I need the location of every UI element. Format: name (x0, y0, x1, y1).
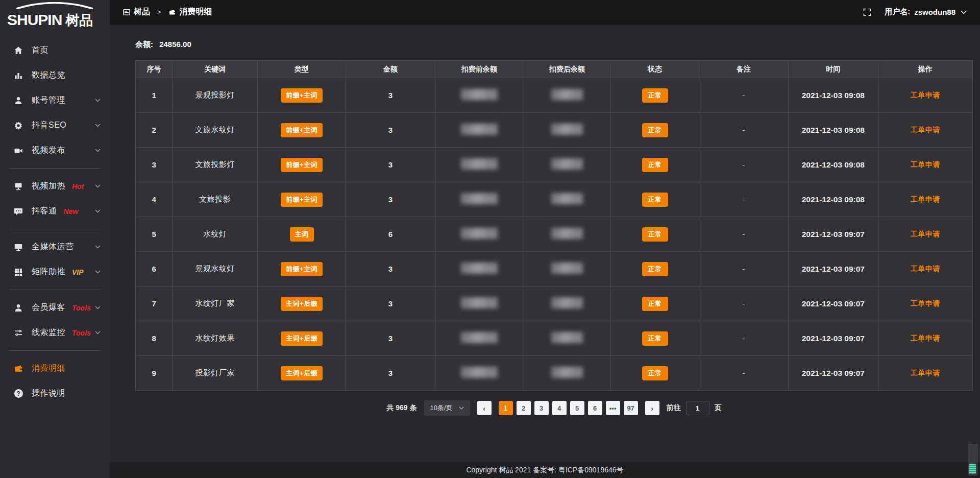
sidebar-item-doketong[interactable]: 抖客通 New (0, 199, 110, 224)
goto-page-input[interactable]: 1 (686, 401, 709, 415)
table-row: 1 景观投影灯 前缀+主词 3 正常 - 2021-12-03 09:08 工单… (136, 78, 973, 113)
work-order-link[interactable]: 工单申请 (911, 126, 940, 134)
page-button[interactable]: 1 (499, 401, 513, 415)
work-order-link[interactable]: 工单申请 (911, 369, 940, 377)
cell-index: 2 (136, 113, 173, 148)
cell-time: 2021-12-03 09:07 (789, 217, 878, 252)
cell-action: 工单申请 (878, 356, 972, 391)
cell-post-balance (523, 252, 611, 286)
cell-amount: 3 (346, 356, 435, 391)
type-badge: 主词+后缀 (281, 366, 323, 380)
logo-text-en: SHUPIN (7, 12, 62, 28)
work-order-link[interactable]: 工单申请 (911, 299, 940, 307)
page-button[interactable]: 5 (570, 401, 584, 415)
cell-keyword: 文旅投影 (173, 182, 258, 217)
video-camera-icon (13, 146, 23, 155)
sidebar-item-data-overview[interactable]: 数据总览 (0, 63, 110, 88)
sidebar: SHUPIN 树品 首页 数据总览 账号管理 (0, 0, 110, 478)
type-badge: 前缀+主词 (281, 123, 323, 137)
cell-time: 2021-12-03 09:07 (789, 321, 878, 356)
sidebar-item-label: 会员爆客 (32, 302, 65, 313)
page-button[interactable]: 3 (534, 401, 549, 415)
balance: 余额: 24856.00 (135, 40, 980, 50)
table-header-cell: 关键词 (173, 61, 258, 78)
cell-type: 前缀+主词 (258, 78, 346, 113)
page-button[interactable]: 97 (624, 401, 638, 415)
sidebar-item-matrix-boost[interactable]: 矩阵助推 VIP (0, 259, 110, 284)
chevron-down-icon (95, 209, 101, 213)
cell-pre-balance (435, 356, 523, 391)
sidebar-item-lead-monitor[interactable]: 线索监控 Tools (0, 320, 110, 345)
status-badge: 正常 (642, 193, 668, 207)
cell-action: 工单申请 (878, 78, 972, 113)
username-value[interactable]: zswodun88 (914, 8, 955, 16)
copyright-text: Copyright 树品 2021 备案号: 粤ICP备09019646号 (466, 466, 623, 475)
sidebar-item-instructions[interactable]: ? 操作说明 (0, 381, 110, 406)
chevron-down-icon[interactable] (961, 10, 967, 14)
cell-post-balance (523, 321, 611, 356)
cell-pre-balance (435, 286, 523, 321)
page-button[interactable]: ••• (606, 401, 620, 415)
work-order-link[interactable]: 工单申请 (911, 230, 940, 238)
status-badge: 正常 (642, 123, 668, 137)
page-button[interactable]: 6 (588, 401, 602, 415)
type-badge: 主词+后缀 (281, 331, 323, 346)
cell-action: 工单申请 (878, 286, 972, 321)
page-button[interactable]: 4 (552, 401, 567, 415)
page-buttons: 123456•••97 (499, 401, 638, 415)
cell-status: 正常 (611, 286, 699, 321)
work-order-link[interactable]: 工单申请 (911, 265, 940, 273)
next-page-button[interactable]: › (645, 401, 659, 415)
fullscreen-icon[interactable] (863, 8, 871, 16)
sidebar-item-member-burst[interactable]: 会员爆客 Tools (0, 295, 110, 320)
table-row: 5 水纹灯 主词 6 正常 - 2021-12-03 09:07 工单申请 (136, 217, 973, 252)
blurred-value (461, 367, 498, 378)
sidebar-item-consumption-detail[interactable]: 消费明细 (0, 356, 110, 381)
table-body: 1 景观投影灯 前缀+主词 3 正常 - 2021-12-03 09:08 工单… (136, 78, 973, 391)
cell-type: 主词+后缀 (258, 286, 346, 321)
cell-post-balance (523, 78, 611, 113)
page-size-select[interactable]: 10条/页 (424, 400, 470, 416)
cell-status: 正常 (611, 113, 699, 148)
sidebar-item-label: 全媒体运营 (32, 242, 74, 252)
page-button[interactable]: 2 (517, 401, 531, 415)
cell-type: 主词+后缀 (258, 356, 346, 391)
cell-post-balance (523, 182, 611, 217)
cell-pre-balance (435, 113, 523, 148)
scrollbar-track[interactable] (968, 444, 977, 475)
cell-time: 2021-12-03 09:08 (789, 113, 878, 148)
breadcrumb-current: 消费明细 (180, 7, 212, 17)
sidebar-item-label: 抖音SEO (32, 120, 66, 131)
sidebar-item-video-heat[interactable]: 视频加热 Hot (0, 174, 110, 199)
work-order-link[interactable]: 工单申请 (911, 334, 940, 342)
sidebar-item-all-media[interactable]: 全媒体运营 (0, 234, 110, 259)
sidebar-item-video-publish[interactable]: 视频发布 (0, 138, 110, 163)
work-order-link[interactable]: 工单申请 (911, 91, 940, 99)
cell-status: 正常 (611, 217, 699, 252)
cell-post-balance (523, 356, 611, 391)
sidebar-item-douyin-seo[interactable]: 抖音SEO (0, 113, 110, 138)
prev-page-button[interactable]: ‹ (477, 401, 492, 415)
blurred-value (461, 228, 498, 239)
cell-time: 2021-12-03 09:08 (789, 148, 878, 182)
cell-amount: 3 (346, 286, 435, 321)
cell-index: 9 (136, 356, 173, 391)
breadcrumb-separator: > (157, 8, 161, 16)
work-order-link[interactable]: 工单申请 (911, 195, 940, 203)
chevron-down-icon (95, 331, 101, 334)
scrollbar-thumb[interactable] (969, 464, 976, 474)
cell-type: 前缀+主词 (258, 252, 346, 286)
cell-index: 4 (136, 182, 173, 217)
status-badge: 正常 (642, 262, 668, 276)
blurred-value (551, 228, 583, 239)
sidebar-item-account-mgmt[interactable]: 账号管理 (0, 88, 110, 113)
work-order-link[interactable]: 工单申请 (911, 160, 940, 169)
type-badge: 前缀+主词 (281, 262, 323, 276)
type-badge: 主词 (290, 227, 314, 242)
goto-label-prefix: 前往 (667, 403, 681, 413)
blurred-value (551, 89, 583, 100)
sidebar-item-home[interactable]: 首页 (0, 38, 110, 63)
balance-label: 余额: (135, 40, 153, 49)
chevron-down-icon (95, 184, 101, 188)
breadcrumb-home[interactable]: 树品 (134, 7, 150, 17)
